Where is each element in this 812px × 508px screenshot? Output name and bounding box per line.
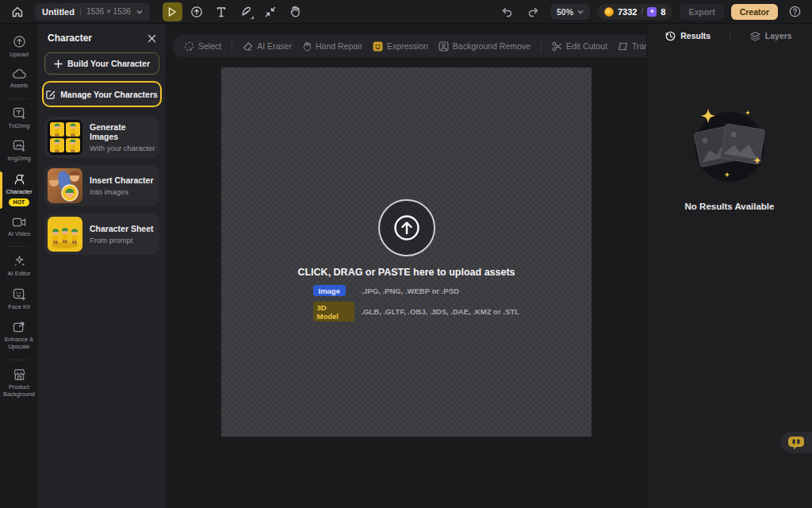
card-character-sheet[interactable]: Character Sheet From prompt <box>44 214 159 255</box>
tab-results[interactable]: Results <box>647 31 730 41</box>
manage-characters-button[interactable]: Manage Your Characters <box>42 81 162 107</box>
card-subtitle: With your character <box>90 144 156 152</box>
video-icon <box>12 217 26 228</box>
sidebar-item-label: Assets <box>10 82 29 89</box>
artboard: CLICK, DRAG or PASTE here to upload asse… <box>221 67 592 437</box>
ai-eraser-action[interactable]: AI Eraser <box>243 41 292 52</box>
text-tool-icon <box>216 6 227 17</box>
expression-action[interactable]: Expression <box>373 41 428 52</box>
hand-icon <box>302 41 312 52</box>
empty-state-text: No Results Available <box>685 202 775 211</box>
credits-count: 7332 <box>618 7 637 17</box>
build-character-button[interactable]: Build Your Character <box>44 52 159 75</box>
divider <box>80 7 81 17</box>
undo-icon <box>501 6 513 17</box>
sidebar-item-img2img[interactable]: Img2Img <box>0 135 38 167</box>
upload-caption: CLICK, DRAG or PASTE here to upload asse… <box>297 267 515 278</box>
text-tool-button[interactable] <box>212 2 232 21</box>
sidebar-item-txt2img[interactable]: Txt2Img <box>0 102 38 135</box>
sidebar-item-enhance-upscale[interactable]: Enhance & Upscale <box>0 316 38 356</box>
edit-cutout-action[interactable]: Edit Cutout <box>552 41 607 52</box>
sidebar-item-label: Enhance & Upscale <box>2 336 36 351</box>
build-character-label: Build Your Character <box>67 59 150 68</box>
cloud-icon <box>13 68 26 79</box>
draw-tool-button[interactable] <box>236 2 256 21</box>
sidebar-item-character[interactable]: Character HOT <box>0 168 38 212</box>
tool-group <box>163 2 305 21</box>
redo-icon <box>527 6 539 17</box>
card-insert-character[interactable]: Insert Character Into images <box>44 165 159 206</box>
transform-icon <box>618 41 628 52</box>
sidebar-item-label: Txt2Img <box>8 122 29 129</box>
chevron-down-icon <box>577 10 584 14</box>
person-frame-icon <box>439 41 449 52</box>
home-button[interactable] <box>8 2 27 21</box>
card-subtitle: From prompt <box>90 236 154 244</box>
canvas-area: Select AI Eraser Hand Repair Expression … <box>167 24 646 508</box>
help-button[interactable] <box>785 2 804 21</box>
image-format-text: .JPG, .PNG, .WEBP or .PSD <box>362 287 519 295</box>
sidebar-item-ai-editor[interactable]: AI Editor <box>0 250 38 283</box>
divider <box>9 98 29 99</box>
document-title-menu[interactable]: Untitled 1536 × 1536 <box>35 3 150 21</box>
boost-count: 8 <box>661 7 665 17</box>
divider <box>232 41 232 52</box>
sidebar-item-label: Product Background <box>2 383 36 398</box>
txt2img-icon <box>13 107 26 120</box>
card-generate-images[interactable]: Generate Images With your character <box>44 117 159 158</box>
sidebar-item-label: Img2Img <box>7 155 30 162</box>
no-results-illustration <box>678 103 781 192</box>
layers-icon <box>750 31 760 41</box>
credits-badge[interactable]: 7332 / ✦ 8 <box>597 4 672 20</box>
scissors-icon <box>552 41 562 52</box>
upscale-icon <box>13 321 26 333</box>
sidebar-item-assets[interactable]: Assets <box>0 64 38 94</box>
format-list: Image .JPG, .PNG, .WEBP or .PSD 3D Model… <box>313 285 500 321</box>
character-panel: Character Build Your Character Manage Yo… <box>38 24 167 508</box>
storefront-icon <box>13 368 26 381</box>
right-panel-tabs: Results Layers <box>647 24 812 48</box>
sidebar-item-upload[interactable]: Upload <box>0 30 38 64</box>
model-format-text: .GLB, .GLTF, .OBJ, .3DS, .DAE, .KMZ or .… <box>362 307 519 316</box>
export-button[interactable]: Export <box>680 4 723 20</box>
upload-circle[interactable] <box>378 199 435 256</box>
upload-tool-button[interactable] <box>187 2 207 21</box>
submenu-corner-icon <box>251 16 254 19</box>
sidebar-item-label: Character <box>6 188 33 195</box>
close-icon[interactable] <box>147 34 156 43</box>
zoom-level-value: 50% <box>557 7 573 17</box>
document-title: Untitled <box>42 7 75 17</box>
sidebar-item-label: Upload <box>10 51 29 58</box>
collapse-tool-button[interactable] <box>261 2 281 21</box>
select-tool-button[interactable] <box>163 2 182 21</box>
upload-dropzone[interactable]: CLICK, DRAG or PASTE here to upload asse… <box>308 199 506 321</box>
sidebar-item-face-kit[interactable]: Face Kit <box>0 283 38 316</box>
sidebar-item-label: AI Video <box>8 230 30 237</box>
plus-icon <box>54 60 63 68</box>
expression-smiley-icon <box>373 41 383 52</box>
character-icon <box>13 173 26 186</box>
background-remove-action[interactable]: Background Remove <box>439 41 530 52</box>
sidebar-item-product-background[interactable]: Product Background <box>0 364 38 404</box>
history-icon <box>665 31 676 41</box>
sidebar-item-ai-video[interactable]: AI Video <box>0 212 38 243</box>
pan-tool-icon <box>289 6 301 17</box>
model-format-badge: 3D Model <box>313 302 354 321</box>
manage-characters-label: Manage Your Characters <box>60 90 158 99</box>
tab-layers[interactable]: Layers <box>730 31 812 41</box>
support-chat-button[interactable] <box>780 432 812 453</box>
creator-button[interactable]: Creator <box>731 4 778 20</box>
home-icon <box>11 6 24 18</box>
redo-button[interactable] <box>524 2 543 21</box>
upload-tool-icon <box>190 6 203 18</box>
undo-button[interactable] <box>498 2 517 21</box>
sidebar-item-label: Face Kit <box>8 303 30 310</box>
card-title: Generate Images <box>90 122 156 141</box>
select-action[interactable]: Select <box>184 41 221 52</box>
image-format-badge: Image <box>313 285 346 296</box>
hand-repair-action[interactable]: Hand Repair <box>302 41 362 52</box>
chevron-down-icon <box>136 10 143 14</box>
divider <box>9 246 29 247</box>
pan-tool-button[interactable] <box>285 2 305 21</box>
zoom-level-dropdown[interactable]: 50% <box>550 4 590 20</box>
